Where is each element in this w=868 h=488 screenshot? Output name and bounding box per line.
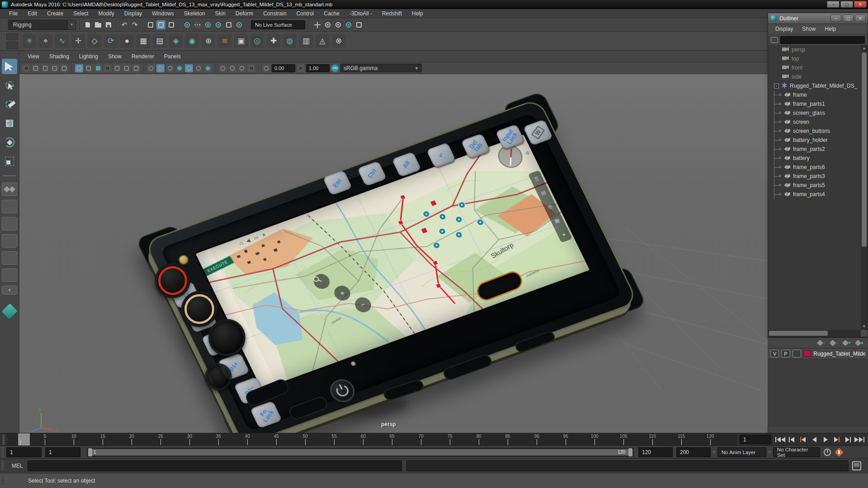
insert-joint-shelf-icon[interactable] xyxy=(71,34,85,48)
perspective-viewport[interactable]: ViewShadingLightingShowRendererPanels xyxy=(19,51,868,433)
script-editor-icon[interactable] xyxy=(852,461,861,470)
outliner-search-input[interactable] xyxy=(780,36,865,44)
copy-skin-weights-shelf-icon[interactable] xyxy=(202,34,215,48)
outliner-item-screen_buttons[interactable]: screen_buttons xyxy=(768,127,861,136)
maximize-button[interactable]: ▢ xyxy=(840,1,853,8)
commandline-grip[interactable] xyxy=(1,461,4,471)
minimize-button[interactable]: ─ xyxy=(827,1,840,8)
contrast-field[interactable]: 1.00 xyxy=(306,64,330,72)
outliner-item-persp[interactable]: persp xyxy=(768,45,861,54)
scene-view[interactable]: Skultorp Hentorp Holmberg EXECUTE ◁ ◀ ▭ … xyxy=(19,74,868,433)
panel-menu-panels[interactable]: Panels xyxy=(160,52,185,61)
outliner-item-frame[interactable]: frame xyxy=(768,90,861,99)
step-forward-frame-button[interactable] xyxy=(843,435,854,445)
undo-icon[interactable] xyxy=(120,20,129,29)
menu-deform[interactable]: Deform xyxy=(231,9,258,18)
outliner-item-frame_parts4[interactable]: frame_parts4 xyxy=(768,190,861,199)
select-component-mode-icon[interactable] xyxy=(167,20,176,29)
chevron-down-icon[interactable]: ▽ xyxy=(712,450,716,455)
render-settings-icon[interactable] xyxy=(354,20,363,29)
step-back-key-button[interactable] xyxy=(797,435,808,445)
outliner-item-frame_parts6[interactable]: frame_parts6 xyxy=(768,163,861,172)
move-layer-down-icon[interactable]: ↓ xyxy=(830,340,838,346)
playback-end-field[interactable]: 120 xyxy=(638,447,673,457)
outliner-minimize-button[interactable]: ─ xyxy=(830,14,841,22)
xray-icon[interactable] xyxy=(228,64,236,72)
outliner-menu-help[interactable]: Help xyxy=(821,25,840,33)
shelf-tab-toggle[interactable] xyxy=(6,33,18,49)
collapse-icon[interactable]: − xyxy=(774,84,779,89)
layout-dropdown-button[interactable]: ▼ xyxy=(2,286,17,295)
outliner-close-button[interactable]: ✕ xyxy=(855,14,866,22)
add-influence-shelf-icon[interactable] xyxy=(267,34,280,48)
menu-windows[interactable]: Windows xyxy=(147,9,179,18)
outliner-maximize-button[interactable]: ▢ xyxy=(843,14,854,22)
paint-selection-tool-button[interactable] xyxy=(2,97,17,112)
safe-action-icon[interactable] xyxy=(123,64,131,72)
panel-menu-lighting[interactable]: Lighting xyxy=(75,52,103,61)
outliner-item-top[interactable]: top xyxy=(768,54,861,63)
layer-playback-toggle[interactable]: P xyxy=(781,350,790,357)
outliner-titlebar[interactable]: Outliner ─ ▢ ✕ xyxy=(768,13,868,24)
play-backwards-button[interactable] xyxy=(809,435,820,445)
textured-mode-icon[interactable] xyxy=(166,64,174,72)
isolate-select-icon[interactable] xyxy=(219,64,227,72)
four-pane-layout-button[interactable] xyxy=(2,200,17,213)
outliner-item-root[interactable]: −Rugged_Tablet_Mildef_DS_ xyxy=(768,81,861,90)
auto-keyframe-toggle[interactable] xyxy=(835,448,844,457)
outliner-item-frame_parts3[interactable]: frame_parts3 xyxy=(768,172,861,181)
contrast-icon[interactable] xyxy=(297,64,305,72)
snap-to-grid-icon[interactable] xyxy=(183,20,192,29)
display-layer-row[interactable]: V P Rugged_Tablet_Mildef xyxy=(768,348,868,359)
outliner-horizontal-scrollbar[interactable] xyxy=(768,330,861,337)
lock-camera-icon[interactable] xyxy=(32,64,40,72)
playback-range-bar[interactable]: 1 120 xyxy=(88,449,632,455)
menu-cache[interactable]: Cache xyxy=(319,9,344,18)
snap-to-curve-icon[interactable] xyxy=(193,20,202,29)
snap-to-view-plane-icon[interactable] xyxy=(224,20,233,29)
single-pane-layout-button[interactable] xyxy=(2,183,17,196)
anim-layer-field[interactable]: No Anim Layer xyxy=(717,447,766,457)
mirror-joint-shelf-icon[interactable] xyxy=(88,34,101,48)
layer-display-type-toggle[interactable] xyxy=(793,350,801,357)
open-scene-icon[interactable] xyxy=(94,20,103,29)
timeslider-grip[interactable] xyxy=(2,435,5,445)
helpline-grip[interactable] xyxy=(1,476,4,486)
current-frame-indicator[interactable]: 1 xyxy=(18,433,30,446)
menu-3dtoall[interactable]: -3DtoAll - xyxy=(345,9,377,18)
create-joint-shelf-icon[interactable] xyxy=(23,34,36,48)
move-tool-button[interactable] xyxy=(2,116,17,131)
select-tool-button[interactable] xyxy=(2,59,17,74)
animation-start-field[interactable]: 1 xyxy=(6,447,42,457)
shadows-icon[interactable] xyxy=(185,64,193,72)
snap-to-projected-center-icon[interactable] xyxy=(214,20,223,29)
shape-editor-shelf-icon[interactable] xyxy=(250,34,264,48)
scale-tool-button[interactable] xyxy=(2,154,17,169)
menu-control[interactable]: Control xyxy=(292,9,319,18)
menu-modify[interactable]: Modify xyxy=(94,9,118,18)
current-time-field[interactable]: 1 xyxy=(740,435,771,444)
panel-menu-renderer[interactable]: Renderer xyxy=(127,52,159,61)
construction-history-icon[interactable] xyxy=(313,20,322,29)
move-layer-up-icon[interactable]: ↑ xyxy=(817,340,826,346)
menu-set-dropdown[interactable]: Rigging ▼ xyxy=(8,20,76,30)
time-slider-track[interactable]: 1 51015202530354045505560657075808590951… xyxy=(7,433,737,446)
character-set-field[interactable]: No Character Set xyxy=(773,447,820,457)
create-cluster-shelf-icon[interactable] xyxy=(283,34,297,48)
menu-help[interactable]: Help xyxy=(407,9,428,18)
panel-menu-shading[interactable]: Shading xyxy=(45,52,74,61)
select-object-mode-icon[interactable] xyxy=(156,20,165,29)
create-ik-spline-handle-shelf-icon[interactable] xyxy=(55,34,69,48)
resolution-gate-icon[interactable] xyxy=(94,64,102,72)
create-wrap-deformer-shelf-icon[interactable] xyxy=(316,34,329,48)
rotate-tool-button[interactable] xyxy=(2,135,17,150)
smooth-skin-weights-shelf-icon[interactable] xyxy=(218,34,231,48)
create-lattice-shelf-icon[interactable] xyxy=(299,34,313,48)
time-slider[interactable]: 1 51015202530354045505560657075808590951… xyxy=(0,433,868,446)
rebuild-joint-shelf-icon[interactable] xyxy=(120,34,134,48)
menu-create[interactable]: Create xyxy=(42,9,68,18)
bind-skin-shelf-icon[interactable] xyxy=(137,34,150,48)
close-button[interactable]: ✕ xyxy=(854,1,867,8)
orient-joint-shelf-icon[interactable] xyxy=(104,34,118,48)
filter-icon[interactable] xyxy=(771,37,778,43)
